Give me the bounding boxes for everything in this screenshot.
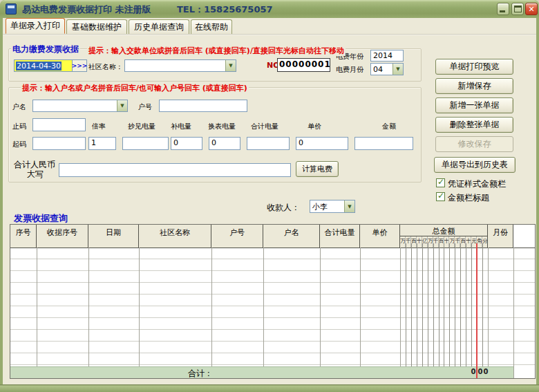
amount-grid-line (455, 243, 455, 378)
chevron-down-icon[interactable]: ▼ (344, 200, 354, 212)
supplement-field[interactable]: 0 (171, 137, 202, 150)
amount-label: 金额 (382, 122, 396, 131)
grid-line (400, 248, 401, 378)
reading-field[interactable] (122, 137, 169, 150)
grid-line (139, 248, 140, 378)
col-header-month: 月份 (488, 225, 513, 248)
rmb-caps-field[interactable] (59, 163, 291, 177)
receipt-no-field[interactable]: 00000001 (277, 58, 330, 72)
grid-line (211, 248, 212, 378)
tab-online-help[interactable]: 在线帮助 (191, 19, 232, 34)
amount-grid-line (417, 243, 417, 378)
date-expand-button[interactable]: >>> (72, 59, 87, 72)
chevron-down-icon[interactable]: ▼ (393, 64, 403, 75)
amount-grid-line (439, 243, 439, 378)
fee-month-value: 04 (373, 65, 383, 74)
col-header-total-kwh: 合计电量 (320, 225, 360, 248)
amount-grid-line (422, 243, 423, 378)
total-yuan-digit: 0 (471, 368, 476, 375)
tab-label: 在线帮助 (195, 21, 228, 33)
amount-grid-line (444, 243, 444, 378)
supplement-label: 补电量 (171, 122, 191, 131)
grid-line (513, 248, 514, 378)
check-icon: ✓ (437, 191, 444, 200)
meter-change-label: 换表电量 (208, 122, 236, 131)
amount-grid-line (460, 243, 461, 378)
export-history-button[interactable]: 单据导出到历史表 (434, 157, 516, 173)
chevron-down-icon[interactable]: ▼ (225, 60, 236, 71)
add-save-button[interactable]: 新增保存 (435, 78, 513, 94)
community-combo[interactable]: ▼ (124, 59, 236, 72)
delete-receipt-button[interactable]: 删除整张单据 (435, 117, 513, 133)
digit-col: 万 (400, 236, 406, 248)
total-kwh-field[interactable] (247, 137, 290, 150)
tab-base-data-maintenance[interactable]: 基础数据维护 (66, 19, 127, 34)
digit-col: 十 (417, 236, 422, 248)
community-label: 社区名称： (88, 62, 123, 72)
minimize-button[interactable] (497, 3, 509, 15)
col-header-account-name: 户名 (263, 225, 320, 248)
total-fen-digit: 0 (483, 368, 489, 375)
check-icon: ✓ (437, 177, 444, 187)
amount-grid-line (411, 243, 412, 378)
print-preview-button[interactable]: 单据打印预览 (435, 59, 513, 75)
digit-col: 百 (411, 236, 417, 248)
start-code-field[interactable] (32, 137, 86, 150)
payee-combo[interactable]: 小李 ▼ (310, 200, 355, 213)
total-kwh-label: 合计电量 (251, 122, 278, 131)
fee-month-combo[interactable]: 04 ▼ (370, 63, 404, 75)
query-caption: 发票收据查询 (12, 212, 69, 225)
total-jiao-digit: 0 (477, 368, 483, 375)
maximize-button[interactable] (511, 3, 524, 15)
community-hint: 提示：输入交款单位或拼音后回车 (或直接回车)/直接回车光标自动往下移动 (87, 46, 346, 56)
receipt-frame-caption: 电力缴费发票收据 (11, 44, 80, 55)
meter-change-field[interactable]: 0 (209, 137, 240, 150)
fee-year-field[interactable]: 2014 (370, 50, 404, 62)
multiplier-field[interactable]: 1 (88, 137, 116, 150)
date-field[interactable]: 2014-04-30 (14, 59, 73, 72)
amount-grid-line (482, 243, 483, 378)
window-tel: TEL：15825675057 (177, 3, 273, 16)
calculate-fee-button[interactable]: 计算电费 (296, 161, 339, 177)
app-window: 易达电费发票收据打印 未注册版 TEL：15825675057 ✕ 单据录入打印… (0, 0, 539, 392)
maximize-icon (514, 6, 522, 12)
unit-price-field[interactable]: 0 (296, 137, 348, 150)
new-receipt-button[interactable]: 新增一张单据 (435, 97, 513, 113)
total-label: 合计： (188, 368, 213, 380)
payee-label: 收款人： (267, 202, 300, 214)
close-button[interactable]: ✕ (525, 3, 538, 15)
tab-history-query[interactable]: 历史单据查询 (129, 19, 189, 34)
account-name-combo[interactable]: ▼ (32, 100, 128, 112)
account-name-label: 户名 (12, 102, 26, 112)
window-bottom-border (0, 384, 539, 392)
title-bar: 易达电费发票收据打印 未注册版 TEL：15825675057 ✕ (0, 0, 539, 18)
col-header-seq: 序号 (10, 225, 37, 248)
col-header-community: 社区名称 (139, 225, 211, 248)
grid-line (88, 248, 89, 378)
col-header-unit-price: 单价 (360, 225, 400, 248)
amount-grid-line (466, 243, 466, 378)
voucher-style-checkbox-label: 凭证样式金额栏 (448, 178, 506, 190)
date-value: 2014-04-30 (16, 62, 62, 71)
rmb-caps-label-line2: 大写 (14, 169, 57, 180)
close-icon: ✕ (528, 5, 534, 14)
stop-code-field[interactable] (32, 118, 86, 131)
amount-title-checkbox[interactable]: ✓ (436, 192, 445, 201)
minimize-icon (500, 10, 505, 12)
amount-field[interactable] (354, 137, 413, 150)
modify-save-button: 修改保存 (435, 136, 513, 152)
tab-label: 历史单据查询 (134, 21, 184, 33)
chevron-down-icon[interactable]: ▼ (117, 100, 127, 111)
query-table[interactable]: 序号 收据序号 日期 社区名称 户号 户名 合计电量 单价 总金额 万 千 百 … (10, 224, 536, 379)
grid-line (320, 248, 321, 378)
tab-receipt-entry-print[interactable]: 单据录入打印 (6, 18, 65, 34)
col-header-account-no: 户号 (211, 225, 263, 248)
digit-col: 角 (477, 236, 482, 248)
start-code-label: 起码 (12, 140, 26, 149)
account-no-entry-field[interactable] (159, 100, 247, 112)
amount-title-checkbox-label: 金额栏标题 (448, 192, 489, 204)
voucher-style-checkbox[interactable]: ✓ (436, 178, 445, 187)
account-hint: 提示：输入户名或户名拼音后回车/也可输入户号回车 (或直接回车) (21, 83, 249, 93)
col-header-receipt-no: 收据序号 (37, 225, 88, 248)
reading-label: 抄见电量 (128, 122, 155, 131)
